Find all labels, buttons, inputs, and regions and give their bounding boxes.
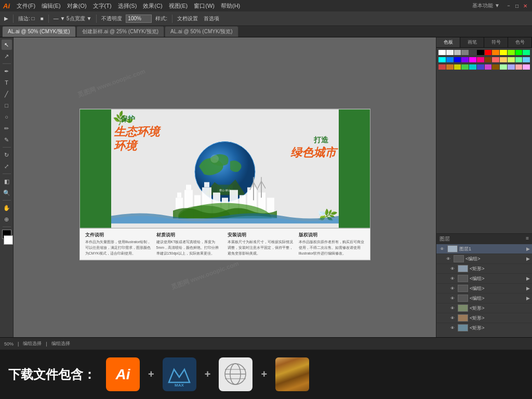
status-zoom[interactable]: 50% (4, 341, 14, 347)
layer-item-3[interactable]: 👁 <矩形> (436, 264, 532, 274)
swatch-blue-pale[interactable] (508, 64, 515, 70)
swatch-yellow-green[interactable] (508, 57, 515, 62)
swatch-teal[interactable] (469, 64, 476, 70)
layer-item-7[interactable]: 👁 <矩形> (436, 303, 532, 313)
tab-1[interactable]: AL.ai @ 50% (CMYK/预览) (2, 26, 76, 37)
layer-item-5[interactable]: 👁 <编组> ▶ (436, 284, 532, 294)
tab-symbols[interactable]: 符号 (484, 37, 508, 47)
layer-visibility-4[interactable]: 👁 (449, 275, 456, 282)
opacity-input[interactable] (126, 15, 152, 23)
swatch-gold[interactable] (500, 57, 507, 62)
minimize-button[interactable]: － (505, 2, 512, 9)
close-button[interactable]: ✕ (522, 2, 529, 9)
layer-visibility-2[interactable]: 👁 (445, 255, 452, 262)
layer-visibility-5[interactable]: 👁 (449, 285, 456, 292)
swatch-green-light[interactable] (515, 57, 523, 62)
menu-effect[interactable]: 效果(C) (140, 1, 165, 11)
swatch-purple[interactable] (461, 57, 469, 62)
doc-settings-btn[interactable]: 文档设置 (175, 15, 200, 23)
gradient-tool[interactable]: ◧ (2, 176, 12, 187)
preferences-btn[interactable]: 首选项 (202, 15, 221, 23)
pen-tool[interactable]: ✒ (2, 66, 12, 76)
zoom-tool[interactable]: ⊕ (2, 214, 12, 224)
layer-expand-4[interactable]: ▶ (526, 276, 530, 281)
swatch-pink[interactable] (477, 57, 484, 62)
swatch-blue[interactable] (454, 57, 461, 62)
layer-visibility-9[interactable]: 👁 (449, 324, 456, 331)
swatch-magenta-mid[interactable] (485, 64, 492, 70)
line-tool[interactable]: ╱ (2, 89, 12, 99)
swatch-orange-dark[interactable] (446, 64, 454, 70)
swatch-brown-mid[interactable] (492, 64, 499, 70)
ellipse-tool[interactable]: ○ (2, 112, 12, 122)
menu-edit[interactable]: 编辑(E) (39, 1, 63, 11)
swatch-black[interactable] (477, 50, 484, 55)
menu-select[interactable]: 选择(S) (115, 1, 140, 11)
menu-text[interactable]: 文字(T) (90, 1, 114, 11)
swatch-orange[interactable] (492, 50, 499, 55)
layer-visibility-8[interactable]: 👁 (449, 314, 456, 322)
menu-help[interactable]: 帮助(H) (218, 1, 243, 11)
swatch-green-mid[interactable] (461, 64, 469, 70)
rect-tool[interactable]: □ (2, 100, 12, 111)
swatch-yellow-dark[interactable] (454, 64, 461, 70)
swatch-green-pale[interactable] (500, 64, 507, 70)
swatch-brown[interactable] (485, 57, 492, 62)
selection-tool[interactable]: ↖ (2, 39, 12, 50)
stroke-color[interactable] (4, 235, 13, 245)
layer-item-1[interactable]: 👁 图层1 ▶ (436, 244, 532, 254)
swatch-gray[interactable] (454, 50, 461, 55)
layer-visibility-7[interactable]: 👁 (449, 304, 456, 312)
stroke-weight[interactable]: — ▼ 5点宽度 ▼ (51, 15, 94, 23)
layer-item-2[interactable]: 👁 <编组> ▶ (436, 254, 532, 264)
menu-window[interactable]: 窗口(W) (191, 1, 217, 11)
tab-brushes[interactable]: 画笔 (460, 37, 484, 47)
tab-swatches[interactable]: 色板 (436, 37, 460, 47)
tab-2[interactable]: 创建新样.ai @ 25% (CMYK/预览) (76, 26, 164, 37)
swatch-red-dark[interactable] (438, 64, 446, 70)
swatch-blue-mid[interactable] (477, 64, 484, 70)
swatch-gray-light[interactable] (446, 50, 454, 55)
swatch-pink-pale[interactable] (523, 64, 530, 70)
tab-colornum[interactable]: 色号 (508, 37, 532, 47)
swatch-red-pale[interactable] (515, 64, 523, 70)
swatch-red-light[interactable] (492, 57, 499, 62)
type-tool[interactable]: T (2, 77, 12, 88)
swatch-gray-dark[interactable] (469, 50, 476, 55)
layer-expand-5[interactable]: ▶ (526, 286, 530, 291)
swatch-teal-light[interactable] (523, 50, 530, 55)
swatch-yellow[interactable] (500, 50, 507, 55)
layer-expand-2[interactable]: ▶ (526, 256, 530, 261)
eyedropper-tool[interactable]: 🔍 (2, 188, 12, 198)
swatch-sky[interactable] (523, 57, 530, 62)
swatch-gray-mid[interactable] (461, 50, 469, 55)
swatch-white[interactable] (438, 50, 446, 55)
menu-object[interactable]: 对象(O) (64, 1, 89, 11)
layer-item-4[interactable]: 👁 <编组> ▶ (436, 274, 532, 284)
tab-3[interactable]: AL.ai @ 50% (CMYK/预览) (165, 26, 238, 37)
swatch-red[interactable] (485, 50, 492, 55)
hand-tool[interactable]: ✋ (2, 203, 12, 213)
layers-options-icon[interactable]: ≡ (526, 235, 529, 243)
menu-file[interactable]: 文件(F) (14, 1, 38, 11)
menu-view[interactable]: 视图(E) (166, 1, 191, 11)
direct-selection-tool[interactable]: ↗ (2, 51, 12, 61)
rotate-tool[interactable]: ↻ (2, 150, 12, 160)
layer-visibility-1[interactable]: 👁 (438, 245, 446, 252)
layer-item-6[interactable]: 👁 <编组> ▶ (436, 294, 532, 303)
brush-tool[interactable]: ✏ (2, 123, 12, 134)
swatch-magenta[interactable] (469, 57, 476, 62)
pencil-tool[interactable]: ✎ (2, 135, 12, 145)
swatch-green[interactable] (515, 50, 523, 55)
layer-visibility-3[interactable]: 👁 (449, 265, 456, 272)
swatch-blue-light[interactable] (446, 57, 454, 62)
layer-visibility-6[interactable]: 👁 (449, 295, 456, 302)
scale-tool[interactable]: ⤢ (2, 161, 12, 171)
swatch-cyan[interactable] (438, 57, 446, 62)
swatch-lime[interactable] (508, 50, 515, 55)
layer-expand-1[interactable]: ▶ (526, 246, 530, 251)
maximize-button[interactable]: □ (513, 2, 521, 9)
layer-item-8[interactable]: 👁 <矩形> (436, 313, 532, 323)
tool-select[interactable]: ▶ (2, 15, 10, 22)
layer-item-9[interactable]: 👁 <矩形> (436, 323, 532, 332)
